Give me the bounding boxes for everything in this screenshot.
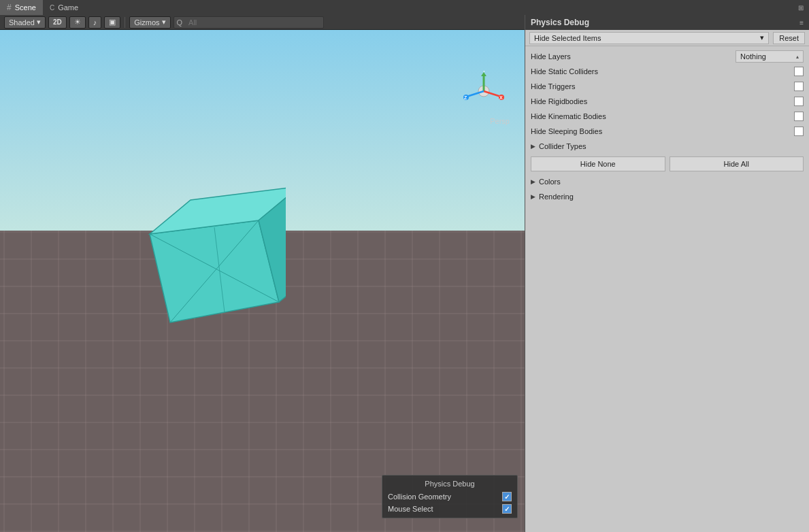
mouse-select-checkmark: ✓ [504, 505, 510, 513]
hide-layers-arrow: ▴ [796, 54, 799, 60]
hide-selected-dropdown[interactable]: Hide Selected Items ▾ [529, 32, 769, 44]
hide-triggers-row: Hide Triggers [525, 79, 809, 94]
colors-arrow: ▶ [531, 178, 535, 185]
image-icon: ▣ [109, 18, 116, 27]
panel-subheader: Hide Selected Items ▾ Reset [525, 30, 809, 46]
hide-layers-dropdown[interactable]: Nothing ▴ [736, 50, 804, 63]
mouse-select-label: Mouse Select [388, 505, 433, 513]
svg-text:X: X [499, 95, 503, 100]
physics-debug-overlay: Physics Debug Collision Geometry ✓ Mouse… [382, 475, 518, 518]
hide-layers-label: Hide Layers [531, 52, 730, 61]
hide-sleeping-bodies-checkbox[interactable] [794, 127, 804, 136]
gizmo-svg: Y X Z [463, 71, 504, 112]
svg-text:Y: Y [482, 71, 486, 73]
panel-menu-button[interactable]: ≡ [799, 19, 804, 27]
mouse-select-checkbox[interactable]: ✓ [502, 504, 512, 514]
sun-icon-btn[interactable]: ☀ [69, 16, 86, 29]
collision-geometry-checkbox[interactable]: ✓ [502, 492, 512, 501]
hide-layers-row: Hide Layers Nothing ▴ [525, 49, 809, 64]
hide-sleeping-bodies-row: Hide Sleeping Bodies [525, 124, 809, 139]
shading-label: Shaded [9, 18, 35, 27]
shading-dropdown[interactable]: Shaded ▾ [4, 16, 46, 29]
collision-geometry-label: Collision Geometry [388, 493, 451, 501]
gizmos-arrow: ▾ [162, 18, 166, 27]
reset-button[interactable]: Reset [773, 32, 805, 44]
viewport-toolbar: Shaded ▾ 2D ☀ ♪ ▣ Gizmos ▾ Q [0, 15, 525, 30]
hide-kinematic-bodies-row: Hide Kinematic Bodies [525, 109, 809, 124]
hide-static-colliders-label: Hide Static Colliders [531, 67, 789, 76]
gizmos-label: Gizmos [134, 18, 159, 27]
colors-label: Colors [539, 178, 561, 186]
hide-static-colliders-row: Hide Static Colliders [525, 64, 809, 79]
audio-icon-btn[interactable]: ♪ [88, 16, 102, 29]
search-input[interactable] [184, 16, 320, 29]
game-tab-icon: C [50, 4, 54, 12]
overlay-title: Physics Debug [382, 478, 517, 491]
collider-types-label: Collider Types [539, 142, 587, 150]
rendering-section[interactable]: ▶ Rendering [525, 189, 809, 204]
rendering-label: Rendering [539, 193, 574, 201]
panel-header: Physics Debug ≡ [525, 15, 809, 30]
hide-rigidbodies-checkbox[interactable] [794, 97, 804, 106]
hide-buttons-row: Hide None Hide All [525, 154, 809, 174]
right-panel: Physics Debug ≡ Hide Selected Items ▾ Re… [525, 15, 809, 532]
hide-static-colliders-checkbox[interactable] [794, 67, 804, 76]
scene-tab-label: Scene [15, 3, 36, 12]
hide-triggers-label: Hide Triggers [531, 82, 789, 90]
search-icon: Q [177, 18, 183, 27]
tab-game[interactable]: C Game [43, 0, 85, 15]
hide-triggers-checkbox[interactable] [794, 82, 804, 91]
cube-object [136, 166, 286, 356]
svg-text:Z: Z [464, 95, 467, 100]
cube-svg [136, 166, 286, 356]
viewport-area: Shaded ▾ 2D ☀ ♪ ▣ Gizmos ▾ Q [0, 15, 525, 532]
scene-gizmo[interactable]: Y X Z [463, 71, 504, 112]
image-icon-btn[interactable]: ▣ [104, 16, 120, 29]
search-bar: Q [174, 16, 325, 29]
collider-types-arrow: ▶ [531, 143, 535, 150]
shading-arrow: ▾ [37, 18, 41, 27]
hide-kinematic-bodies-label: Hide Kinematic Bodies [531, 112, 789, 120]
hide-selected-label: Hide Selected Items [534, 34, 601, 42]
perspective-label: Persp [490, 117, 510, 125]
2d-label: 2D [53, 18, 62, 26]
colors-section[interactable]: ▶ Colors [525, 174, 809, 189]
toolbar-sep-1 [125, 17, 125, 28]
hide-kinematic-bodies-checkbox[interactable] [794, 112, 804, 121]
hide-selected-arrow: ▾ [760, 33, 764, 42]
hide-all-button[interactable]: Hide All [670, 156, 804, 171]
2d-toggle[interactable]: 2D [48, 16, 67, 29]
main-area: Shaded ▾ 2D ☀ ♪ ▣ Gizmos ▾ Q [0, 15, 809, 532]
collider-types-section[interactable]: ▶ Collider Types [525, 139, 809, 154]
panel-lock-icon: ⊞ [798, 4, 809, 12]
collision-geometry-checkmark: ✓ [504, 493, 510, 501]
sun-icon: ☀ [74, 18, 81, 27]
hide-none-button[interactable]: Hide None [531, 156, 665, 171]
viewport-canvas: Y X Z Persp Physics Debug Collision Geom… [0, 30, 525, 532]
game-tab-label: Game [58, 3, 78, 12]
overlay-row-collision: Collision Geometry ✓ [382, 491, 517, 503]
hide-rigidbodies-label: Hide Rigidbodies [531, 97, 789, 105]
rendering-arrow: ▶ [531, 193, 535, 200]
audio-icon: ♪ [93, 18, 97, 27]
tab-bar: # Scene C Game ⊞ [0, 0, 809, 15]
hide-sleeping-bodies-label: Hide Sleeping Bodies [531, 127, 789, 135]
panel-title: Physics Debug [531, 18, 589, 27]
scene-tab-icon: # [7, 3, 12, 12]
hide-layers-value: Nothing [740, 52, 766, 61]
panel-content: Hide Layers Nothing ▴ Hide Static Collid… [525, 46, 809, 532]
tab-scene[interactable]: # Scene [0, 0, 43, 15]
overlay-row-mouse: Mouse Select ✓ [382, 503, 517, 515]
gizmos-dropdown[interactable]: Gizmos ▾ [129, 16, 170, 29]
hide-rigidbodies-row: Hide Rigidbodies [525, 94, 809, 109]
